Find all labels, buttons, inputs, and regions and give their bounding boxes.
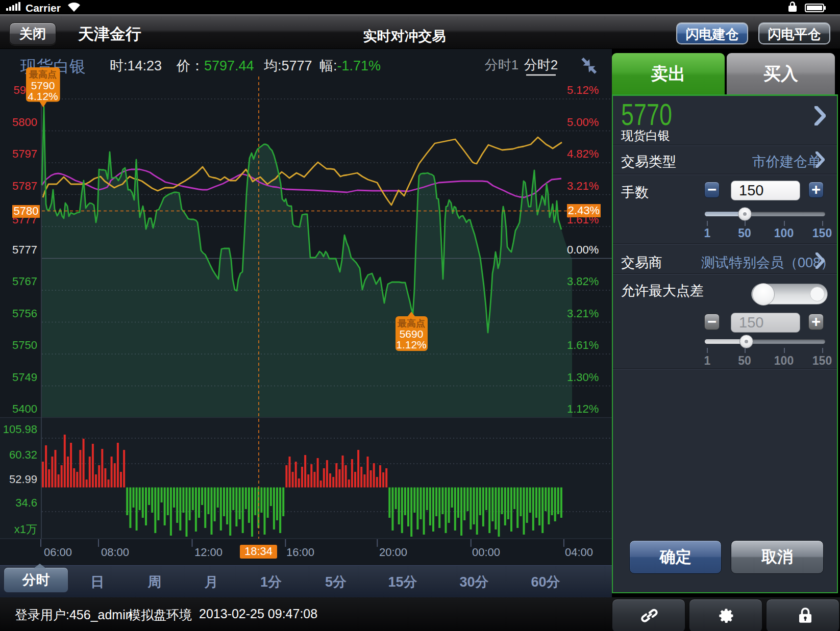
svg-text:Carrier: Carrier — [26, 2, 61, 14]
svg-text:最高点: 最高点 — [397, 318, 425, 329]
svg-text:5800: 5800 — [12, 116, 37, 129]
svg-text:60.32: 60.32 — [9, 448, 37, 461]
svg-text:5749: 5749 — [12, 371, 37, 384]
svg-text:06:00: 06:00 — [44, 546, 72, 559]
svg-text:1.12%: 1.12% — [567, 402, 599, 415]
svg-text:3.21%: 3.21% — [567, 180, 599, 192]
svg-text:幅:-1.71%: 幅:-1.71% — [319, 58, 381, 73]
svg-text:5787: 5787 — [12, 180, 37, 192]
svg-text:4.82%: 4.82% — [567, 147, 599, 160]
svg-text:x1万: x1万 — [14, 523, 37, 536]
svg-text:59: 59 — [14, 84, 26, 96]
svg-text:12:00: 12:00 — [194, 546, 223, 559]
svg-text:0.00%: 0.00% — [567, 243, 599, 256]
svg-text:20:00: 20:00 — [379, 546, 407, 559]
svg-text:5750: 5750 — [12, 339, 37, 351]
svg-text:04:00: 04:00 — [565, 546, 593, 559]
svg-text:时:14:23: 时:14:23 — [110, 58, 162, 73]
svg-text:52.99: 52.99 — [9, 473, 37, 486]
svg-text:5777: 5777 — [12, 243, 37, 256]
svg-text:均:5777: 均:5777 — [264, 58, 312, 73]
svg-text:1.12%: 1.12% — [396, 339, 427, 350]
svg-text:5.00%: 5.00% — [567, 116, 599, 129]
svg-text:18:34: 18:34 — [244, 545, 273, 558]
svg-text:3.21%: 3.21% — [567, 307, 599, 320]
svg-text:价：5797.44: 价：5797.44 — [176, 58, 254, 73]
svg-text:5690: 5690 — [400, 328, 424, 340]
svg-text:1.30%: 1.30% — [567, 371, 599, 384]
svg-text:5767: 5767 — [12, 275, 37, 288]
svg-text:08:00: 08:00 — [101, 546, 129, 559]
svg-text:分时2: 分时2 — [524, 57, 558, 72]
svg-text:3.82%: 3.82% — [567, 275, 599, 288]
svg-text:16:00: 16:00 — [286, 546, 314, 559]
svg-text:5.12%: 5.12% — [567, 84, 599, 96]
svg-text:5780: 5780 — [14, 205, 39, 217]
svg-text:5400: 5400 — [12, 402, 37, 415]
svg-text:34.6: 34.6 — [15, 496, 37, 509]
svg-text:4.12%: 4.12% — [28, 90, 58, 102]
svg-text:105.98: 105.98 — [3, 423, 37, 436]
svg-text:最高点: 最高点 — [29, 69, 57, 80]
svg-text:分时1: 分时1 — [485, 57, 518, 72]
svg-text:5797: 5797 — [12, 147, 37, 160]
svg-text:00:00: 00:00 — [472, 546, 500, 559]
svg-text:1.61%: 1.61% — [567, 339, 599, 351]
svg-text:5756: 5756 — [12, 307, 37, 320]
svg-text:5790: 5790 — [31, 80, 55, 91]
svg-text:2.43%: 2.43% — [568, 204, 600, 217]
